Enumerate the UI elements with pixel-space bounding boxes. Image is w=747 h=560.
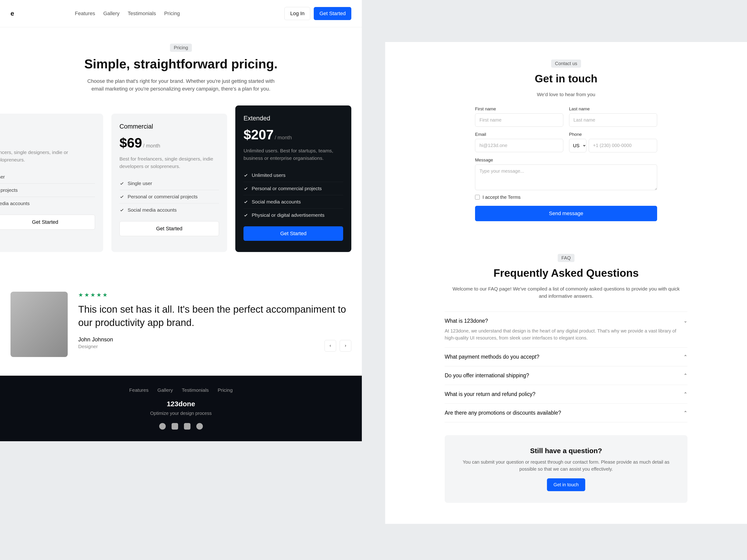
next-button[interactable] [340,340,351,352]
footer-link[interactable]: Pricing [217,387,232,393]
logo: e [10,10,14,17]
card-title: Extended [243,115,343,122]
faq-answer: At 123done, we understand that design is… [445,327,688,341]
footer-link[interactable]: Gallery [157,387,173,393]
testimonial-section: ★★★★★ This icon set has it all. It's bee… [0,268,362,376]
x-icon[interactable] [172,423,178,430]
nav-testimonials[interactable]: Testimonials [128,10,156,17]
pricing-tag: Pricing [170,44,192,52]
card-cta-button[interactable]: Get Started [120,221,219,236]
testimonial-quote: This icon set has it all. It's been the … [78,303,351,329]
star-icon: ★ [84,292,89,298]
pricing-section: Pricing Simple, straightforward pricing.… [0,27,362,268]
avatar [10,292,68,357]
cta-title: Still have a question? [456,447,676,455]
faq-question[interactable]: What payment methods do you accept?⌃ [445,354,688,360]
email-input[interactable] [475,139,563,152]
feature-item: Physical or digital advertisements [243,209,343,222]
cta-sub: You can submit your question or request … [456,458,676,473]
chevron-right-icon [344,344,347,347]
youtube-icon[interactable] [184,423,190,430]
card-cta-button[interactable]: Get Started [0,215,95,230]
first-name-input[interactable] [475,113,563,127]
faq-item: What is your return and refund policy?⌃ [445,385,688,404]
footer-link[interactable]: Testimonials [182,387,209,393]
star-icon: ★ [102,292,108,298]
feature-item: Single user [120,177,219,190]
email-label: Email [475,132,563,137]
nav-gallery[interactable]: Gallery [103,10,120,17]
footer-tagline: Optimize your design process [10,411,351,416]
feature-item: Personal or commercial projects [243,182,343,195]
message-label: Message [475,158,657,163]
star-icon: ★ [91,292,96,298]
faq-panel: FAQ Frequently Asked Questions Welcome t… [385,236,747,524]
check-icon [243,186,248,191]
faq-item: What payment methods do you accept?⌃ [445,348,688,366]
terms-label: I accept the Terms [483,195,520,200]
faq-tag: FAQ [558,254,574,262]
nav-features[interactable]: Features [75,10,95,17]
faq-question[interactable]: Do you offer international shipping?⌃ [445,372,688,379]
feature-item: Personal or commercial projects [120,190,219,204]
contact-title: Get in touch [396,72,737,85]
feature-item: Unlimited users [243,169,343,182]
check-icon [243,199,248,204]
star-icon: ★ [96,292,102,298]
footer-link[interactable]: Features [129,387,149,393]
country-select[interactable]: US [569,139,586,152]
messenger-icon[interactable] [196,423,203,430]
contact-tag: Contact us [551,59,581,68]
pricing-card-basic: lancers, single designers, indie or solo… [0,114,103,252]
dribbble-icon[interactable] [159,423,166,430]
faq-question[interactable]: Are there any promotions or discounts av… [445,410,688,416]
check-icon [243,213,248,217]
get-in-touch-button[interactable]: Get in touch [547,478,585,491]
chevron-down-icon: ⌄ [684,318,688,324]
chevron-up-icon: ⌃ [684,373,688,378]
message-input[interactable] [475,164,657,190]
get-started-button[interactable]: Get Started [314,7,351,20]
prev-button[interactable] [325,340,336,352]
feature-item: user [0,170,95,184]
footer: Features Gallery Testimonials Pricing 12… [0,376,362,441]
feature-item: media accounts [0,197,95,210]
feature-item: Social media accounts [120,204,219,216]
terms-checkbox[interactable] [475,195,480,199]
feature-item: Social media accounts [243,195,343,209]
check-icon [120,181,124,186]
faq-question[interactable]: What is your return and refund policy?⌃ [445,391,688,397]
nav-pricing[interactable]: Pricing [164,10,180,17]
pricing-card-extended: Extended $207 / month Unlimited users. B… [235,105,351,252]
phone-label: Phone [569,132,658,137]
star-icon: ★ [78,292,83,298]
faq-item: What is 123done?⌄ At 123done, we underst… [445,312,688,348]
nav-bar: e Features Gallery Testimonials Pricing … [0,0,362,27]
chevron-up-icon: ⌃ [684,391,688,397]
last-name-label: Last name [569,106,658,111]
send-button[interactable]: Send message [475,206,657,221]
chevron-up-icon: ⌃ [684,410,688,416]
footer-logo: 123done [10,400,351,408]
faq-question[interactable]: What is 123done?⌄ [445,318,688,324]
faq-title: Frequently Asked Questions [396,267,737,279]
card-cta-button[interactable]: Get Started [243,226,343,241]
chevron-left-icon [329,344,332,347]
star-rating: ★★★★★ [78,292,351,298]
faq-item: Do you offer international shipping?⌃ [445,366,688,385]
chevron-up-icon: ⌃ [684,354,688,359]
faq-sub: Welcome to our FAQ page! We've compiled … [450,285,681,300]
faq-cta: Still have a question? You can submit yo… [445,435,688,503]
check-icon [120,208,124,212]
last-name-input[interactable] [569,113,658,127]
first-name-label: First name [475,106,563,111]
login-button[interactable]: Log In [284,7,310,20]
feature-item: al projects [0,184,95,197]
check-icon [120,194,124,199]
pricing-sub: Choose the plan that's right for your br… [82,77,280,92]
pricing-card-commercial: Commercial $69 / month Best for freelanc… [111,114,227,252]
faq-item: Are there any promotions or discounts av… [445,404,688,422]
card-title: Commercial [120,123,219,130]
phone-input[interactable] [589,139,658,152]
contact-panel: Contact us Get in touch We'd love to hea… [385,42,747,236]
